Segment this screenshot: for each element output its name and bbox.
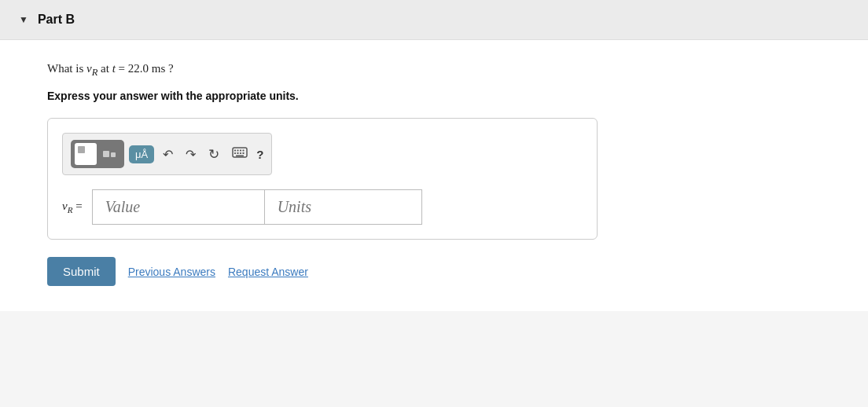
template-icon-1[interactable] — [75, 143, 97, 165]
svg-rect-6 — [237, 152, 239, 154]
redo-button[interactable]: ↷ — [182, 145, 200, 164]
answer-box: μÅ ↶ ↷ ↻ — [47, 118, 598, 240]
instructions-text: Express your answer with the appropriate… — [47, 90, 821, 102]
svg-rect-3 — [240, 150, 241, 152]
svg-rect-4 — [243, 150, 245, 152]
keyboard-icon[interactable] — [228, 145, 252, 163]
content-area: What is vR at t = 22.0 ms ? Express your… — [0, 40, 868, 311]
undo-button[interactable]: ↶ — [159, 145, 177, 164]
time-value: 22.0 ms — [128, 62, 166, 75]
mu-button[interactable]: μÅ — [129, 145, 154, 163]
submit-button[interactable]: Submit — [47, 257, 116, 286]
svg-rect-8 — [243, 152, 245, 154]
reset-button[interactable]: ↻ — [204, 144, 223, 165]
svg-rect-2 — [237, 150, 239, 152]
chevron-icon[interactable]: ▼ — [19, 14, 28, 26]
actions-row: Submit Previous Answers Request Answer — [47, 257, 821, 286]
svg-rect-1 — [234, 150, 236, 152]
units-input[interactable] — [265, 189, 422, 225]
help-button[interactable]: ? — [256, 148, 263, 161]
var-vr: vR — [86, 62, 97, 75]
request-answer-link[interactable]: Request Answer — [228, 266, 308, 278]
toolbar: μÅ ↶ ↷ ↻ — [62, 133, 272, 175]
svg-rect-5 — [234, 152, 236, 154]
input-row: vR = — [62, 189, 583, 225]
previous-answers-link[interactable]: Previous Answers — [128, 266, 215, 278]
template-icon-2[interactable] — [98, 143, 120, 165]
value-input[interactable] — [92, 189, 265, 225]
vr-label: vR = — [62, 200, 83, 214]
svg-rect-9 — [236, 156, 244, 157]
icon-group[interactable] — [71, 140, 124, 168]
part-header: ▼ Part B — [0, 0, 868, 40]
svg-rect-7 — [240, 152, 241, 154]
part-title: Part B — [38, 13, 75, 27]
question-text: What is vR at t = 22.0 ms ? — [47, 62, 821, 79]
